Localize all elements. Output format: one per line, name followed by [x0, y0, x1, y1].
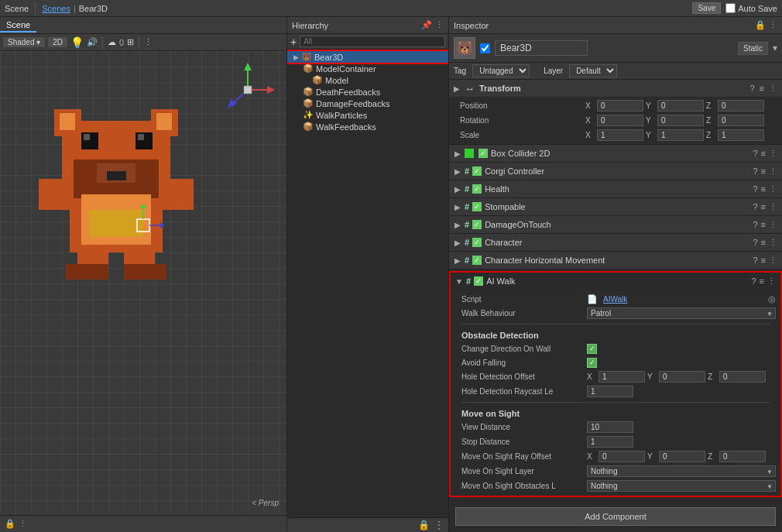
object-active-checkbox[interactable] [480, 43, 490, 53]
char-help[interactable]: ? [753, 238, 757, 248]
box-collider-header[interactable]: ▶ Box Collider 2D ? ≡ ⋮ [449, 145, 782, 162]
box-collider-help[interactable]: ? [753, 149, 757, 159]
scale-z-input[interactable] [718, 129, 764, 141]
health-more[interactable]: ⋮ [769, 184, 777, 194]
hierarchy-search[interactable] [300, 36, 445, 47]
move-on-sight-obstacles-dropdown[interactable]: Nothing [587, 480, 776, 492]
corgi-controller-checkbox[interactable] [472, 166, 482, 176]
scale-y-input[interactable] [657, 129, 704, 141]
hier-item-bear3d[interactable]: ▶ 🐻 Bear3D [287, 51, 448, 63]
add-component-button[interactable]: Add Component [455, 507, 776, 526]
transform-header[interactable]: ▶ ↔ Transform ? ≡ ⋮ [449, 80, 782, 97]
view-distance-input[interactable] [587, 421, 633, 433]
hier-item-walk-feedbacks[interactable]: 📦 WalkFeedbacks [287, 121, 448, 132]
stop-distance-input[interactable] [587, 436, 633, 448]
move-on-sight-layer-select[interactable]: Nothing [587, 465, 776, 477]
damage-on-touch-header[interactable]: ▶ # DamageOnTouch ? ≡ ⋮ [449, 216, 782, 233]
add-hierarchy-btn[interactable]: + [290, 36, 297, 48]
lock-icon[interactable]: 🔒 [5, 519, 15, 529]
hdo-y-input[interactable] [659, 371, 705, 383]
chm-more[interactable]: ⋮ [769, 256, 777, 266]
rotation-z-input[interactable] [718, 115, 764, 126]
chm-settings[interactable]: ≡ [761, 256, 766, 266]
damage-on-touch-checkbox[interactable] [472, 220, 482, 229]
hier-item-model-container[interactable]: 📦 ModelContainer [287, 63, 448, 74]
rotation-x-input[interactable] [597, 115, 643, 126]
walk-behaviour-select[interactable]: Patrol [587, 307, 776, 319]
health-settings[interactable]: ≡ [761, 184, 766, 194]
script-link[interactable]: AIWalk [603, 295, 627, 304]
transform-help-icon[interactable]: ? [749, 84, 754, 93]
box-collider-more[interactable]: ⋮ [769, 149, 777, 159]
dot-help[interactable]: ? [753, 220, 757, 230]
hierarchy-more2-icon[interactable]: ⋮ [434, 520, 444, 530]
save-button[interactable]: Save [692, 2, 721, 14]
object-name-input[interactable] [495, 40, 588, 56]
stompable-header[interactable]: ▶ # Stompable ? ≡ ⋮ [449, 198, 782, 215]
more-icon[interactable]: ⋮ [19, 519, 27, 529]
chm-help[interactable]: ? [753, 256, 757, 266]
rotation-y-input[interactable] [657, 115, 704, 126]
character-header[interactable]: ▶ # Character ? ≡ ⋮ [449, 234, 782, 251]
transform-more-icon[interactable]: ⋮ [769, 84, 777, 94]
auto-save-checkbox[interactable] [725, 3, 736, 13]
char-settings[interactable]: ≡ [761, 238, 766, 248]
health-header[interactable]: ▶ # Health ? ≡ ⋮ [449, 180, 782, 197]
hole-detection-raycast-input[interactable] [587, 386, 633, 397]
2d-toggle[interactable]: 2D [48, 37, 67, 47]
layer-select[interactable]: Default [569, 64, 617, 77]
corgi-controller-header[interactable]: ▶ # Corgi Controller ? ≡ ⋮ [449, 163, 782, 180]
hier-item-model[interactable]: 📦 Model [287, 74, 448, 86]
health-help[interactable]: ? [753, 184, 757, 194]
scene-more-icon[interactable]: ⋮ [144, 37, 153, 47]
script-target-icon[interactable]: ◎ [768, 294, 776, 304]
hier-item-walk-particles[interactable]: ✨ WalkParticles [287, 109, 448, 121]
health-checkbox[interactable] [472, 184, 482, 194]
hdo-z-input[interactable] [719, 371, 766, 383]
move-on-sight-obstacles-select[interactable]: Nothing [587, 480, 776, 492]
mosro-z-input[interactable] [719, 451, 766, 462]
aiw-more[interactable]: ⋮ [767, 276, 776, 287]
inspector-more-icon[interactable]: ⋮ [769, 20, 777, 30]
stompable-settings[interactable]: ≡ [761, 202, 766, 212]
scene-tab[interactable]: Scene [0, 19, 36, 33]
effects-icon[interactable]: ☁ [108, 37, 116, 47]
scale-x-input[interactable] [597, 129, 643, 141]
mosro-y-input[interactable] [659, 451, 705, 462]
stompable-checkbox[interactable] [472, 202, 482, 211]
static-dropdown-icon[interactable]: ▾ [773, 43, 777, 53]
scenes-link[interactable]: Scenes [42, 4, 70, 13]
hier-item-damage-feedbacks[interactable]: 📦 DamageFeedbacks [287, 98, 448, 109]
char-more[interactable]: ⋮ [769, 238, 777, 248]
corgi-settings[interactable]: ≡ [761, 166, 766, 177]
dot-settings[interactable]: ≡ [761, 220, 766, 230]
hierarchy-more-icon[interactable]: ⋮ [435, 20, 444, 30]
ai-walk-header[interactable]: ▼ # AI Walk ? ≡ ⋮ [451, 273, 780, 290]
avoid-falling-checkbox[interactable] [587, 358, 597, 368]
hierarchy-pin-icon[interactable]: 📌 [421, 20, 432, 30]
audio-icon[interactable]: 🔊 [87, 37, 98, 47]
inspector-lock-icon[interactable]: 🔒 [755, 20, 766, 30]
corgi-help[interactable]: ? [753, 166, 757, 177]
move-on-sight-layer-dropdown[interactable]: Nothing [587, 465, 776, 477]
char-horiz-checkbox[interactable] [472, 256, 482, 265]
aiw-help[interactable]: ? [751, 276, 756, 287]
aiw-settings[interactable]: ≡ [760, 276, 764, 287]
box-collider-checkbox[interactable] [478, 149, 488, 158]
position-y-input[interactable] [657, 100, 704, 112]
ai-walk-checkbox[interactable] [474, 276, 483, 286]
position-x-input[interactable] [597, 100, 643, 112]
grid-icon[interactable]: ⊞ [127, 37, 134, 47]
box-collider-settings[interactable]: ≡ [761, 149, 766, 159]
mosro-x-input[interactable] [599, 451, 645, 462]
stompable-help[interactable]: ? [753, 202, 757, 212]
static-button[interactable]: Static [738, 42, 768, 55]
hierarchy-lock-icon[interactable]: 🔒 [418, 520, 430, 530]
lighting-icon[interactable]: 💡 [70, 36, 84, 49]
char-horiz-move-header[interactable]: ▶ # Character Horizontal Movement ? ≡ ⋮ [449, 252, 782, 269]
stompable-more[interactable]: ⋮ [769, 202, 777, 212]
change-direction-checkbox[interactable] [587, 344, 597, 354]
tag-select[interactable]: Untagged [472, 64, 530, 77]
transform-settings-icon[interactable]: ≡ [760, 84, 764, 93]
character-checkbox[interactable] [472, 238, 482, 247]
